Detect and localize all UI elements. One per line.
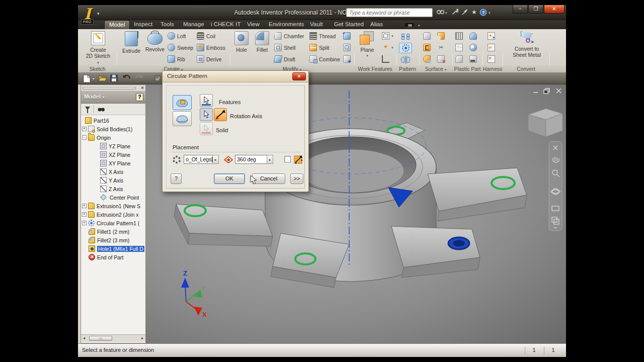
application-menu-button[interactable]: I ▾ PRO (80, 6, 104, 28)
help-icon[interactable]: ? (479, 9, 488, 17)
harness-segment-button[interactable]: ⇄ (488, 43, 495, 52)
star-icon[interactable]: ★ (470, 9, 478, 17)
undo-icon[interactable] (122, 74, 131, 83)
tab-icheckit[interactable]: i CHECK IT (206, 20, 245, 29)
search-input[interactable] (346, 8, 433, 17)
expand-icon[interactable]: + (82, 204, 87, 208)
rectangular-pattern-button[interactable] (399, 31, 412, 42)
tree-item-xy-plane[interactable]: XY Plane (81, 159, 145, 167)
copy-object-button[interactable] (343, 43, 351, 52)
hole-button[interactable]: Hole (232, 30, 251, 64)
tree-item-hole-selected[interactable]: Hole1 (M6x1 Full D (81, 244, 145, 253)
search-dropdown-icon[interactable]: ▾ (445, 11, 447, 15)
browser-mini-scrollbar[interactable] (83, 87, 136, 89)
split-button[interactable]: Split (309, 43, 329, 52)
plane-button[interactable]: Plane ▾ (356, 30, 379, 64)
satellite-icon[interactable] (460, 9, 469, 17)
mirror-button[interactable] (399, 54, 412, 65)
loft-button[interactable]: Loft (168, 32, 186, 40)
expand-icon[interactable]: + (82, 212, 87, 217)
surface-trim-button[interactable]: ✂ (437, 43, 445, 52)
harness-unroute-button[interactable]: ✕ (488, 55, 495, 63)
chamfer-button[interactable]: Chamfer (274, 32, 304, 40)
maximize-button[interactable]: ❐ (528, 5, 543, 14)
tree-item-end-of-part[interactable]: ✕ End of Part (81, 253, 145, 261)
document-window-controls[interactable] (533, 88, 561, 94)
pattern-features-mode-button[interactable] (173, 95, 192, 110)
update-icon[interactable] (153, 74, 162, 83)
scroll-left-icon[interactable]: ◂ (83, 336, 85, 340)
plastic-rule-fillet-button[interactable] (469, 55, 477, 63)
tab-alias[interactable]: Alias (366, 20, 387, 29)
sweep-button[interactable]: Sweep (168, 43, 193, 52)
thread-button[interactable]: Thread (309, 32, 336, 40)
tab-vault[interactable]: Vault (305, 20, 327, 29)
select-solid-button[interactable] (200, 122, 213, 135)
angle-input[interactable]: 360 deg (235, 155, 267, 164)
select-features-button[interactable] (200, 94, 213, 107)
browser-header[interactable]: Model ▾ ? (81, 92, 145, 104)
expand-icon[interactable]: + (82, 221, 87, 225)
screen-capture-icon[interactable] (404, 22, 415, 28)
tree-item-xz-plane[interactable]: XZ Plane (81, 150, 145, 159)
browser-scroll-strip[interactable]: ✕ (81, 85, 145, 92)
plastic-rest-button[interactable] (469, 32, 477, 40)
capture-dropdown-icon[interactable]: ▾ (418, 24, 420, 28)
expand-icon[interactable]: + (82, 127, 87, 131)
create-2d-sketch-button[interactable]: Create 2D Sketch ▾ (85, 30, 111, 64)
combine-button[interactable]: Combine (309, 55, 340, 63)
tab-get-started[interactable]: Get Started (330, 20, 368, 29)
angle-flyout-button[interactable]: ▸ (267, 155, 273, 164)
delete-button[interactable]: ✚ (343, 55, 351, 63)
browser-close-icon[interactable]: ✕ (140, 85, 144, 90)
orientation-icon[interactable] (293, 154, 303, 164)
open-icon[interactable] (98, 74, 107, 83)
group-label-surface[interactable]: Surface ▾ (419, 66, 452, 72)
scroll-right-icon[interactable]: ▸ (141, 336, 143, 340)
view-cube[interactable] (528, 109, 562, 137)
occurrence-count-input[interactable]: o_Of_Legs (184, 155, 213, 164)
draft-button[interactable]: Draft (274, 55, 295, 63)
surface-boundary-button[interactable] (423, 43, 431, 52)
tab-manage[interactable]: Manage (179, 20, 209, 29)
tree-item-part[interactable]: Part16 (81, 116, 145, 125)
surface-patch-button[interactable] (437, 32, 445, 40)
save-icon[interactable] (110, 74, 119, 83)
redo-icon[interactable] (134, 74, 143, 83)
tree-item-fillet2[interactable]: Fillet2 (3 mm) (81, 236, 145, 244)
harness-route-button[interactable]: ✦➤ (488, 32, 495, 40)
tree-item-z-axis[interactable]: Z Axis (81, 185, 145, 193)
tree-item-fillet1[interactable]: Fillet1 (2 mm) (81, 227, 145, 236)
leg-right-lower[interactable] (391, 226, 480, 278)
plastic-boss-button[interactable]: ↕↔ (455, 43, 463, 52)
revolve-button[interactable]: Revolve (143, 30, 167, 64)
count-flyout-button[interactable]: ▸ (212, 155, 219, 164)
tab-inspect[interactable]: Inspect (129, 20, 157, 29)
tree-item-origin[interactable]: - Origin (81, 133, 145, 142)
plastic-snap-fit-button[interactable] (469, 43, 477, 52)
filter-icon[interactable] (85, 107, 90, 110)
browser-hscrollbar[interactable]: ◂ ||| ▸ (81, 334, 145, 342)
select-rotation-axis-button[interactable] (200, 108, 213, 121)
navigation-bar[interactable] (549, 141, 562, 231)
circular-pattern-button[interactable] (399, 43, 412, 53)
scrollbar-thumb[interactable]: ||| (89, 336, 112, 341)
dialog-close-button[interactable]: ✕ (292, 72, 306, 80)
fillet-button[interactable]: Fillet (252, 30, 272, 64)
work-point-button[interactable]: ✦▾ (382, 43, 393, 52)
close-button[interactable]: ✕ (544, 5, 565, 14)
coil-button[interactable]: Coil (197, 32, 215, 40)
surface-stitch-button[interactable] (423, 32, 431, 40)
derive-button[interactable]: Derive (197, 55, 221, 63)
shell-button[interactable]: Shell (274, 43, 295, 52)
plastic-grill-button[interactable] (455, 32, 463, 40)
rotation-axis-flip-button[interactable] (214, 108, 227, 121)
leg-left[interactable] (174, 204, 273, 246)
minimize-button[interactable]: − (513, 5, 528, 14)
wrench-icon[interactable] (450, 9, 459, 17)
plastic-lip-button[interactable] (455, 55, 463, 63)
tree-item-circular-pattern[interactable]: + Circular Pattern1 ( (81, 219, 145, 227)
tree-item-x-axis[interactable]: X Axis (81, 167, 145, 176)
rib-button[interactable]: Rib (168, 55, 185, 63)
new-file-icon[interactable] (83, 74, 92, 83)
